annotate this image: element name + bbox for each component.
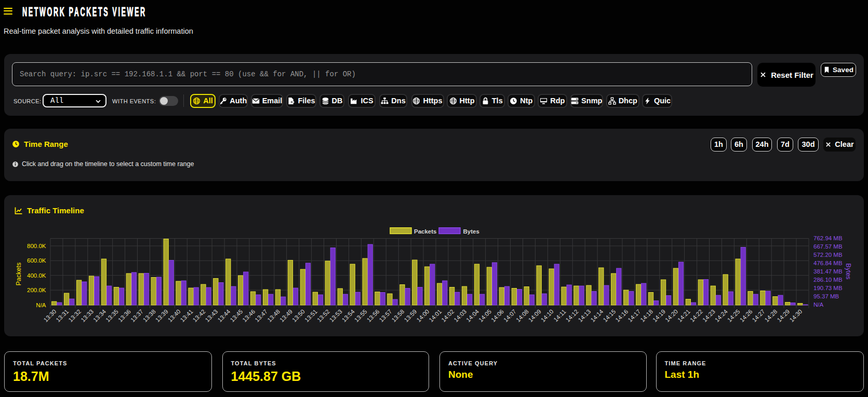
svg-text:Bytes: Bytes: [463, 228, 479, 235]
svg-text:14:18: 14:18: [639, 308, 654, 323]
svg-text:13:37: 13:37: [129, 308, 144, 323]
svg-text:14:16: 14:16: [614, 308, 629, 323]
svg-text:476.84 MB: 476.84 MB: [813, 260, 843, 266]
svg-text:13:57: 13:57: [378, 308, 393, 323]
svg-text:13:43: 13:43: [204, 308, 219, 323]
svg-text:13:30: 13:30: [43, 308, 58, 323]
svg-text:Packets: Packets: [15, 263, 22, 285]
svg-text:13:48: 13:48: [266, 308, 281, 323]
svg-text:13:33: 13:33: [79, 308, 95, 323]
svg-text:14:01: 14:01: [428, 308, 443, 323]
svg-text:14:05: 14:05: [477, 308, 492, 323]
svg-text:13:39: 13:39: [154, 308, 169, 323]
svg-text:14:19: 14:19: [651, 308, 666, 323]
svg-text:14:27: 14:27: [751, 308, 766, 323]
svg-text:14:21: 14:21: [676, 308, 691, 323]
svg-text:14:22: 14:22: [689, 308, 704, 323]
svg-text:14:20: 14:20: [664, 308, 679, 323]
svg-text:667.57 MB: 667.57 MB: [813, 243, 843, 250]
svg-text:Bytes: Bytes: [845, 263, 852, 279]
svg-text:14:06: 14:06: [490, 308, 505, 323]
svg-text:13:55: 13:55: [353, 308, 368, 323]
svg-text:200.0K: 200.0K: [27, 287, 46, 293]
svg-text:13:46: 13:46: [241, 308, 256, 323]
svg-text:13:50: 13:50: [291, 308, 306, 323]
svg-text:13:47: 13:47: [253, 308, 269, 323]
svg-text:13:32: 13:32: [67, 308, 82, 323]
svg-text:572.20 MB: 572.20 MB: [813, 252, 843, 258]
svg-text:13:45: 13:45: [229, 308, 244, 323]
svg-text:14:10: 14:10: [540, 308, 555, 323]
svg-text:13:49: 13:49: [278, 308, 293, 323]
svg-text:600.0K: 600.0K: [27, 257, 46, 264]
svg-text:13:44: 13:44: [217, 308, 232, 323]
svg-text:13:42: 13:42: [192, 308, 207, 323]
svg-text:14:15: 14:15: [602, 308, 617, 323]
svg-text:14:00: 14:00: [416, 308, 431, 323]
svg-text:800.0K: 800.0K: [27, 243, 46, 249]
svg-text:14:23: 14:23: [701, 308, 716, 323]
svg-text:14:07: 14:07: [502, 308, 517, 323]
svg-text:13:35: 13:35: [104, 308, 119, 323]
svg-text:14:02: 14:02: [440, 308, 455, 323]
svg-text:Packets: Packets: [414, 228, 436, 235]
svg-text:14:17: 14:17: [626, 308, 642, 323]
svg-text:N/A: N/A: [36, 302, 46, 308]
svg-text:13:56: 13:56: [366, 308, 381, 323]
svg-text:13:54: 13:54: [341, 308, 356, 323]
svg-text:13:58: 13:58: [391, 308, 406, 323]
svg-text:14:29: 14:29: [776, 308, 791, 323]
svg-text:14:03: 14:03: [452, 308, 468, 323]
svg-text:N/A: N/A: [813, 302, 824, 308]
svg-text:13:59: 13:59: [403, 308, 418, 323]
svg-text:400.0K: 400.0K: [27, 272, 46, 279]
svg-text:14:12: 14:12: [565, 308, 580, 323]
svg-text:14:28: 14:28: [764, 308, 779, 323]
svg-text:13:52: 13:52: [316, 308, 331, 323]
svg-text:13:34: 13:34: [92, 308, 107, 323]
svg-text:14:24: 14:24: [714, 308, 729, 323]
svg-text:14:30: 14:30: [789, 308, 804, 323]
svg-text:14:13: 14:13: [577, 308, 592, 323]
svg-text:14:25: 14:25: [726, 308, 741, 323]
svg-text:381.47 MB: 381.47 MB: [813, 268, 843, 275]
svg-text:13:41: 13:41: [179, 308, 194, 323]
svg-text:286.10 MB: 286.10 MB: [813, 277, 843, 283]
svg-text:14:08: 14:08: [515, 308, 530, 323]
svg-text:13:53: 13:53: [328, 308, 343, 323]
svg-text:14:09: 14:09: [527, 308, 542, 323]
svg-text:190.73 MB: 190.73 MB: [813, 285, 843, 291]
svg-text:13:40: 13:40: [167, 308, 182, 323]
svg-text:14:14: 14:14: [590, 308, 605, 323]
svg-text:14:26: 14:26: [739, 308, 754, 323]
svg-text:13:36: 13:36: [117, 308, 132, 323]
svg-text:14:11: 14:11: [552, 308, 567, 323]
svg-text:13:38: 13:38: [142, 308, 157, 323]
svg-text:762.94 MB: 762.94 MB: [813, 235, 843, 241]
svg-text:13:31: 13:31: [55, 308, 70, 323]
svg-text:13:51: 13:51: [303, 308, 318, 323]
svg-text:95.37 MB: 95.37 MB: [813, 293, 839, 299]
svg-text:14:04: 14:04: [465, 308, 480, 323]
